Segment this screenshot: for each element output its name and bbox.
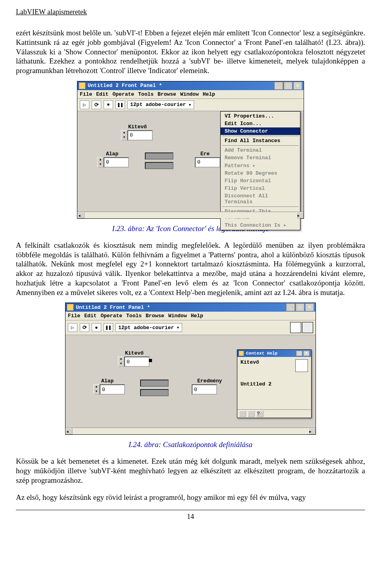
menu-browse[interactable]: Browse (146, 313, 164, 319)
menu-item: Remove Terminal (221, 154, 300, 162)
terminal-marker (149, 359, 152, 362)
menu-operate[interactable]: Operate (112, 91, 134, 97)
icon-connector-pane[interactable] (290, 322, 301, 333)
close-button[interactable]: × (305, 303, 314, 311)
help-kitevo-label: Kitevő (241, 359, 259, 365)
menu-item: Disconnect All Terminals (221, 192, 300, 206)
maximize-button[interactable]: □ (296, 303, 304, 311)
front-panel-canvas: Kitevő ▲▼ 0 Alap ▲▼ 0 Ere 0 VI Propertie… (77, 111, 304, 218)
run-continuous-button[interactable]: ⟳ (92, 100, 101, 109)
wire-segment (140, 380, 169, 387)
label-alap: Alap (106, 151, 118, 157)
close-button[interactable]: × (293, 82, 302, 90)
paragraph-2: A felkínált csatlakozók és kiosztásuk ne… (16, 241, 365, 297)
page-header: LabVIEW alapismeretek (16, 8, 365, 16)
menu-item: Add Terminal (221, 147, 300, 154)
menu-edit[interactable]: Edit (84, 313, 96, 319)
front-panel-canvas: Kitevő ▲▼ 0 Alap ▲▼ 0 Eredmény 0 Context… (65, 335, 316, 434)
scroll-left-button[interactable]: ◂ (65, 428, 73, 434)
run-button[interactable]: ▷ (68, 323, 77, 332)
help-vi-icon (295, 359, 308, 372)
menu-help[interactable]: Help (203, 91, 215, 97)
menu-tools[interactable]: Tools (126, 313, 142, 319)
wire-segment (145, 162, 173, 169)
menu-item[interactable]: Show Connector (221, 127, 300, 135)
help-toggle-3[interactable]: ? (256, 411, 264, 417)
scrollbar-horizontal[interactable]: ◂ ▸ (65, 428, 316, 434)
control-kitevo[interactable]: ▲▼ 0 (118, 357, 150, 367)
context-help-footer: ? (237, 409, 311, 418)
pause-button[interactable]: ❚❚ (115, 100, 125, 109)
paragraph-1: ezért készítsünk most belőle un. 'subVI'… (16, 28, 365, 75)
window-titlebar: Untitled 2 Front Panel * _ □ × (65, 303, 316, 312)
run-button[interactable]: ▷ (80, 100, 89, 109)
screenshot-context-help: Untitled 2 Front Panel * _ □ × File Edit… (65, 303, 316, 435)
abort-button[interactable]: ● (92, 323, 101, 332)
menu-help[interactable]: Help (191, 313, 203, 319)
label-eredmeny: Eredmény (197, 378, 222, 384)
menu-file[interactable]: File (68, 313, 80, 319)
labview-icon (79, 83, 85, 89)
control-alap[interactable]: ▲▼ 0 (93, 384, 125, 395)
menu-item[interactable]: Edit Icon... (221, 120, 300, 127)
menu-item: Rotate 90 Degrees (221, 170, 300, 177)
scroll-right-button[interactable]: ▸ (296, 212, 304, 218)
scrollbar-horizontal[interactable]: ◂ ▸ (77, 212, 304, 218)
control-kitevo[interactable]: ▲▼ 0 (121, 130, 153, 141)
labview-icon (67, 304, 73, 310)
label-kitevo: Kitevő (125, 350, 144, 356)
window-title: Untitled 2 Front Panel * (88, 83, 162, 89)
screenshot-icon-connector-menu: Untitled 2 Front Panel * _ □ × File Edit… (77, 81, 304, 219)
wire-segment (145, 152, 173, 160)
help-toggle-2[interactable] (248, 411, 255, 417)
labview-icon (239, 351, 244, 356)
maximize-button[interactable]: □ (284, 82, 292, 90)
label-kitevo: Kitevő (128, 124, 147, 130)
font-select[interactable]: 12pt adobe-courier▾ (115, 323, 182, 332)
figure-caption-23: I.23. ábra: Az 'Icon Connector' és legör… (16, 224, 365, 233)
help-toggle-1[interactable] (239, 411, 246, 417)
indicator-ere[interactable]: 0 (195, 157, 220, 168)
minimize-button[interactable]: _ (286, 303, 295, 311)
paragraph-4: Az első, hogy készítsünk egy rövid leírá… (16, 493, 365, 502)
indicator-eredmeny[interactable]: 0 (192, 384, 217, 395)
scroll-right-button[interactable]: ▸ (308, 428, 316, 434)
run-continuous-button[interactable]: ⟳ (80, 323, 89, 332)
menu-edit[interactable]: Edit (96, 91, 108, 97)
abort-button[interactable]: ● (104, 100, 113, 109)
window-titlebar: Untitled 2 Front Panel * _ □ × (77, 81, 304, 90)
pause-button[interactable]: ❚❚ (104, 323, 113, 332)
menu-window[interactable]: Window (180, 91, 199, 97)
menu-tools[interactable]: Tools (138, 91, 154, 97)
context-help-window: Context Help □ × Kitevő Untitled 2 ? (237, 349, 312, 418)
context-help-title: Context Help (246, 351, 277, 356)
menu-browse[interactable]: Browse (158, 91, 176, 97)
menu-item: Flip Horizontal (221, 177, 300, 185)
icon-connector-pane-right[interactable] (302, 322, 313, 333)
minimize-button[interactable]: _ (274, 82, 283, 90)
wire-segment (140, 389, 169, 396)
footer-rule (16, 510, 365, 510)
label-ere: Ere (200, 151, 210, 157)
menubar: File Edit Operate Tools Browse Window He… (65, 312, 316, 320)
font-select[interactable]: 12pt adobe-courier▾ (127, 100, 194, 109)
menubar: File Edit Operate Tools Browse Window He… (77, 90, 304, 99)
menu-item: Patterns ▸ (221, 162, 300, 170)
menu-item[interactable]: Find All Instances (221, 137, 300, 145)
maximize-button[interactable]: □ (296, 351, 302, 356)
menu-operate[interactable]: Operate (100, 313, 122, 319)
close-button[interactable]: × (303, 351, 310, 356)
label-alap: Alap (101, 378, 114, 384)
menu-window[interactable]: Window (168, 313, 187, 319)
scroll-left-button[interactable]: ◂ (77, 212, 85, 218)
help-vi-name: Untitled 2 (241, 381, 308, 387)
window-title: Untitled 2 Front Panel * (76, 305, 150, 310)
page-number: 14 (16, 513, 365, 521)
menu-item: Flip Vertical (221, 185, 300, 192)
toolbar: ▷ ⟳ ● ❚❚ 12pt adobe-courier▾ (77, 99, 304, 111)
control-alap[interactable]: ▲▼ 0 (97, 157, 129, 168)
menu-item[interactable]: VI Properties... (221, 112, 300, 120)
menu-file[interactable]: File (80, 91, 92, 97)
toolbar: ▷ ⟳ ● ❚❚ 12pt adobe-courier▾ (65, 320, 316, 335)
figure-caption-24: I.24. ábra: Csatlakozópontok definiálása (16, 440, 365, 449)
